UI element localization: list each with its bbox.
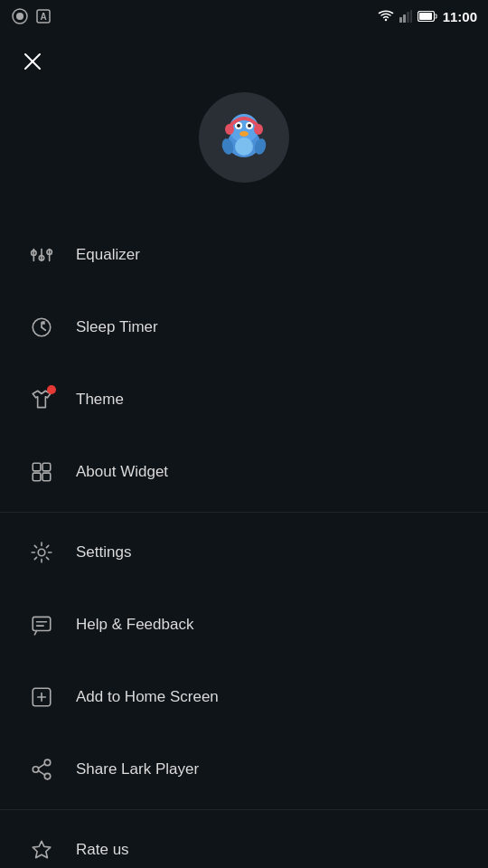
- svg-rect-6: [407, 12, 409, 23]
- svg-rect-34: [33, 463, 41, 471]
- add-square-icon: [30, 685, 53, 709]
- svg-point-18: [248, 124, 251, 127]
- about-widget-label: About Widget: [76, 463, 168, 481]
- svg-rect-5: [403, 14, 406, 23]
- sleep-timer-icon-container: z: [22, 307, 61, 347]
- close-button[interactable]: [11, 40, 54, 83]
- svg-point-1: [16, 13, 23, 20]
- svg-point-17: [237, 124, 240, 127]
- svg-rect-39: [33, 617, 51, 630]
- menu-list: Equalizer z Sleep Timer Theme: [0, 219, 488, 868]
- app-logo: [208, 101, 280, 174]
- svg-rect-36: [33, 473, 41, 481]
- svg-rect-9: [419, 13, 432, 20]
- app-logo-background: [199, 92, 289, 183]
- equalizer-icon-container: [22, 235, 61, 275]
- add-home-icon-container: [22, 677, 61, 717]
- svg-marker-50: [33, 841, 51, 857]
- menu-item-about-widget[interactable]: About Widget: [0, 436, 488, 508]
- menu-item-share[interactable]: Share Lark Player: [0, 733, 488, 806]
- share-icon: [30, 758, 53, 781]
- svg-point-47: [44, 773, 51, 779]
- divider-1: [0, 512, 488, 513]
- star-icon: [30, 838, 53, 862]
- app-icon-2: A: [34, 7, 52, 25]
- status-left: A: [11, 7, 52, 25]
- svg-point-46: [33, 767, 39, 773]
- menu-item-add-home[interactable]: Add to Home Screen: [0, 661, 488, 733]
- rate-us-icon-container: [22, 830, 61, 868]
- svg-text:z: z: [42, 320, 44, 325]
- status-right: 11:00: [378, 9, 477, 24]
- settings-label: Settings: [76, 543, 131, 561]
- menu-item-settings[interactable]: Settings: [0, 516, 488, 589]
- svg-line-48: [38, 764, 44, 769]
- svg-point-14: [239, 131, 249, 137]
- theme-dot: [47, 385, 56, 394]
- settings-icon-container: [22, 533, 61, 572]
- svg-point-20: [254, 124, 263, 135]
- svg-line-32: [42, 327, 45, 330]
- equalizer-label: Equalizer: [76, 246, 140, 264]
- battery-icon: [418, 11, 437, 22]
- signal-icon: [399, 10, 412, 23]
- widget-icon: [30, 460, 53, 484]
- theme-label: Theme: [76, 391, 124, 409]
- svg-point-38: [38, 549, 45, 556]
- share-label: Share Lark Player: [76, 760, 199, 778]
- svg-point-19: [225, 124, 234, 135]
- menu-item-help-feedback[interactable]: Help & Feedback: [0, 589, 488, 661]
- menu-item-theme[interactable]: Theme: [0, 363, 488, 436]
- svg-rect-7: [410, 10, 412, 23]
- svg-point-45: [44, 760, 51, 766]
- svg-text:A: A: [40, 12, 46, 22]
- divider-2: [0, 809, 488, 810]
- about-widget-icon-container: [22, 452, 61, 492]
- menu-item-rate-us[interactable]: Rate us: [0, 814, 488, 868]
- app-icon-1: [11, 7, 29, 25]
- share-icon-container: [22, 750, 61, 789]
- wifi-icon: [378, 10, 394, 23]
- svg-point-23: [235, 137, 253, 156]
- close-icon: [22, 51, 43, 72]
- svg-line-49: [38, 770, 44, 775]
- message-icon: [30, 613, 53, 637]
- svg-rect-35: [42, 463, 51, 471]
- sleep-timer-label: Sleep Timer: [76, 318, 158, 336]
- svg-rect-37: [42, 473, 51, 481]
- clock-icon: z: [30, 316, 53, 339]
- rate-us-label: Rate us: [76, 841, 129, 859]
- app-logo-container: [0, 92, 488, 183]
- status-time: 11:00: [443, 9, 477, 24]
- equalizer-icon: [30, 243, 53, 267]
- theme-icon-container: [22, 380, 61, 420]
- add-home-label: Add to Home Screen: [76, 688, 219, 706]
- svg-rect-4: [399, 17, 402, 23]
- help-feedback-label: Help & Feedback: [76, 616, 193, 634]
- menu-item-equalizer[interactable]: Equalizer: [0, 219, 488, 291]
- help-feedback-icon-container: [22, 605, 61, 645]
- status-bar: A 11:00: [0, 0, 488, 33]
- menu-item-sleep-timer[interactable]: z Sleep Timer: [0, 291, 488, 363]
- settings-icon: [30, 541, 53, 564]
